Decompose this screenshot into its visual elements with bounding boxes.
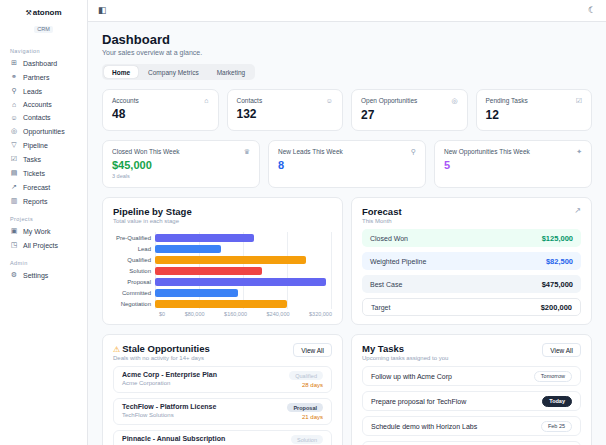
chart-category-label: Committed <box>113 290 155 296</box>
chart-bar[interactable] <box>155 245 221 253</box>
chart-tick-label: $80,000 <box>185 311 205 317</box>
partners-icon: ⚭ <box>10 73 18 81</box>
sidebar-item-leads[interactable]: ⚲Leads <box>0 84 87 98</box>
sidebar-item-settings[interactable]: ⚙Settings <box>0 268 87 282</box>
task-row[interactable]: Prepare proposal for TechFlow Today <box>362 391 581 411</box>
stat-card-accounts[interactable]: Accounts⌂ 48 <box>102 89 219 131</box>
tasks-icon: ☑ <box>10 155 18 163</box>
stat-value: 132 <box>237 107 334 121</box>
sidebar-item-forecast[interactable]: ↗Forecast <box>0 180 87 194</box>
chart-category-label: Proposal <box>113 279 155 285</box>
tasks-view-all-button[interactable]: View All <box>542 343 581 357</box>
sidebar-section-admin: Admin <box>10 260 77 266</box>
stale-opportunity-row[interactable]: Acme Corp - Enterprise PlanAcme Corporat… <box>113 366 332 393</box>
gear-icon: ⚙ <box>10 271 18 279</box>
sidebar-toggle-icon[interactable]: ◧ <box>98 6 107 15</box>
stat-card-open-opportunities[interactable]: Open Opportunities◎ 27 <box>351 89 468 131</box>
tab-company-metrics[interactable]: Company Metrics <box>140 66 207 78</box>
folder-icon: ◳ <box>10 241 18 249</box>
dashboard-icon: ⊞ <box>10 59 18 67</box>
opportunities-icon: ◎ <box>10 127 18 135</box>
sidebar-item-accounts[interactable]: ⌂Accounts <box>0 98 87 111</box>
days-stale: 21 days <box>302 414 323 420</box>
sidebar-item-partners[interactable]: ⚭Partners <box>0 70 87 84</box>
due-badge: Today <box>542 396 572 407</box>
charts-row: Pipeline by Stage Total value in each st… <box>102 197 592 325</box>
stale-view-all-button[interactable]: View All <box>293 343 332 357</box>
accounts-icon: ⌂ <box>10 101 18 108</box>
sidebar-item-pipeline[interactable]: ▽Pipeline <box>0 138 87 152</box>
target-icon: ◎ <box>451 97 457 105</box>
contacts-icon: ☺ <box>10 114 18 121</box>
pipeline-chart: Pre-QualifiedLeadQualifiedSolutionPropos… <box>113 232 332 317</box>
stale-subtitle: Deals with no activity for 14+ days <box>113 355 210 361</box>
sidebar-item-contacts[interactable]: ☺Contacts <box>0 111 87 124</box>
card-new-opportunities-week[interactable]: New Opportunities This Week✦ 5 <box>434 140 592 188</box>
stat-value: $45,000 <box>112 159 250 171</box>
chart-category-label: Solution <box>113 268 155 274</box>
card-closed-won-week[interactable]: Closed Won This Week♛ $45,000 3 deals <box>102 140 260 188</box>
sidebar-section-navigation: Navigation <box>10 48 77 54</box>
chart-bar-row: Committed <box>113 287 332 298</box>
tasks-subtitle: Upcoming tasks assigned to you <box>362 355 448 361</box>
chart-track <box>155 232 332 243</box>
pipeline-chart-x-axis: $0$80,000$160,000$240,000$320,000 <box>159 311 332 317</box>
sidebar-item-tasks[interactable]: ☑Tasks <box>0 152 87 166</box>
sidebar-item-all-projects[interactable]: ◳All Projects <box>0 238 87 252</box>
chart-category-label: Lead <box>113 246 155 252</box>
chart-tick-label: $0 <box>159 311 165 317</box>
stat-value: 8 <box>278 159 416 171</box>
chart-track <box>155 298 332 309</box>
stat-card-pending-tasks[interactable]: Pending Tasks☑ 12 <box>476 89 593 131</box>
chart-bar[interactable] <box>155 300 287 308</box>
forecast-row-target: Target $200,000 <box>362 298 581 316</box>
sidebar-item-my-work[interactable]: ▣My Work <box>0 224 87 238</box>
stat-value: 12 <box>486 108 583 122</box>
page-subtitle: Your sales overview at a glance. <box>102 49 592 56</box>
chart-bar[interactable] <box>155 267 262 275</box>
check-square-icon: ☑ <box>576 97 582 105</box>
chart-bar[interactable] <box>155 289 238 297</box>
tab-marketing[interactable]: Marketing <box>209 66 254 78</box>
sidebar-item-tickets[interactable]: ▤Tickets <box>0 166 87 180</box>
forecast-row-closed-won: Closed Won $125,000 <box>362 229 581 247</box>
tab-home[interactable]: Home <box>104 66 138 78</box>
task-row[interactable]: Review contract terms - Pinnacle Feb 27 <box>362 441 581 445</box>
stage-badge: Solution <box>291 435 323 444</box>
chart-bar-row: Solution <box>113 265 332 276</box>
pipeline-icon: ▽ <box>10 141 18 149</box>
chart-category-label: Qualified <box>113 257 155 263</box>
chart-bar[interactable] <box>155 256 306 264</box>
chart-tick-label: $320,000 <box>309 311 332 317</box>
chart-track <box>155 276 332 287</box>
weekly-cards-row: Closed Won This Week♛ $45,000 3 deals Ne… <box>102 140 592 188</box>
pipeline-chart-rows: Pre-QualifiedLeadQualifiedSolutionPropos… <box>113 232 332 309</box>
chart-bar[interactable] <box>155 234 254 242</box>
card-new-leads-week[interactable]: New Leads This Week⚲ 8 <box>268 140 426 188</box>
days-stale: 28 days <box>302 382 323 388</box>
sidebar-item-dashboard[interactable]: ⊞Dashboard <box>0 56 87 70</box>
forecast-value: $82,500 <box>546 257 573 266</box>
stat-label: Accounts <box>112 97 139 104</box>
tickets-icon: ▤ <box>10 169 18 177</box>
task-row[interactable]: Schedule demo with Horizon Labs Feb 25 <box>362 416 581 436</box>
chart-bar[interactable] <box>155 278 326 286</box>
page-title: Dashboard <box>102 32 592 47</box>
stat-label: Closed Won This Week <box>112 148 180 155</box>
sidebar-item-reports[interactable]: ▥Reports <box>0 194 87 208</box>
stale-opportunity-row[interactable]: Pinnacle - Annual SubscriptionPinnacle I… <box>113 430 332 445</box>
sidebar-item-opportunities[interactable]: ◎Opportunities <box>0 124 87 138</box>
theme-toggle-icon[interactable]: ☾ <box>588 6 596 15</box>
pipeline-by-stage-card: Pipeline by Stage Total value in each st… <box>102 197 343 325</box>
trophy-icon: ♛ <box>244 148 250 156</box>
stat-card-contacts[interactable]: Contacts☺ 132 <box>227 89 344 131</box>
logo-text: ⚒atonom <box>0 8 87 17</box>
chart-track <box>155 254 332 265</box>
task-row[interactable]: Follow up with Acme Corp Tomorrow <box>362 366 581 386</box>
stat-value: 27 <box>361 108 458 122</box>
chart-bar-row: Lead <box>113 243 332 254</box>
stale-opportunity-row[interactable]: TechFlow - Platform LicenseTechFlow Solu… <box>113 398 332 425</box>
stale-opportunities-card: ⚠Stale Opportunities Deals with no activ… <box>102 334 343 445</box>
forecast-title: Forecast <box>362 206 402 217</box>
chart-category-label: Negotiation <box>113 301 155 307</box>
